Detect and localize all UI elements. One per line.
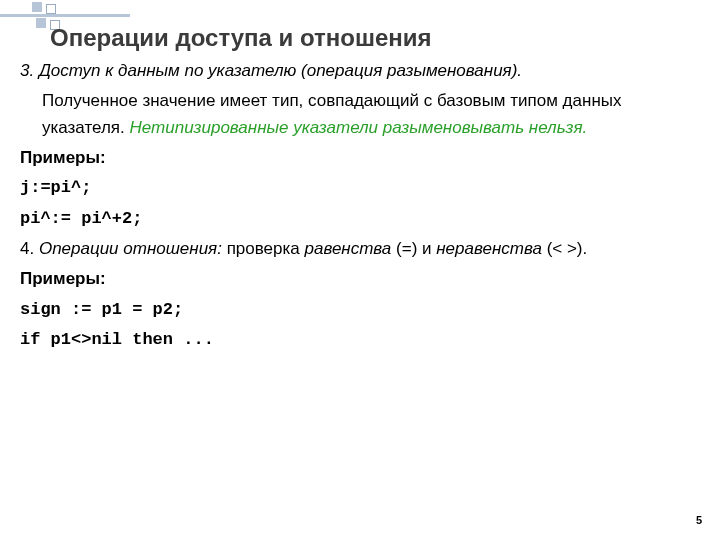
decoration-square: [46, 4, 56, 14]
slide-content: Операции доступа и отношения 3. Доступ к…: [20, 24, 700, 520]
section4-paragraph: 4. Операции отношения: проверка равенств…: [20, 236, 700, 262]
decoration-square: [32, 2, 42, 12]
page-number: 5: [696, 514, 702, 526]
section3-code-1: j:=pi^;: [20, 175, 700, 201]
section4-lead-prefix: 4.: [20, 239, 39, 258]
section3-lead: 3. Доступ к данным по указателю (операци…: [20, 61, 522, 80]
section4-neq-sym: (< >).: [542, 239, 587, 258]
section4-neq-word: неравенства: [436, 239, 542, 258]
decoration-bar: [0, 14, 130, 17]
slide-title: Операции доступа и отношения: [50, 24, 700, 52]
section4-eq-sym: (=) и: [391, 239, 436, 258]
section3-examples-label: Примеры:: [20, 145, 700, 171]
section4-code-1: sign := p1 = p2;: [20, 297, 700, 323]
section4-examples-label: Примеры:: [20, 266, 700, 292]
section4-code-2: if p1<>nil then ...: [20, 327, 700, 353]
slide-body: 3. Доступ к данным по указателю (операци…: [20, 58, 700, 353]
section4-lead-italic: Операции отношения:: [39, 239, 222, 258]
section3-paragraph: 3. Доступ к данным по указателю (операци…: [20, 58, 700, 84]
section4-eq-word: равенства: [304, 239, 391, 258]
section3-code-2: pi^:= pi^+2;: [20, 206, 700, 232]
section4-lead-rest: проверка: [222, 239, 305, 258]
section3-text: Полученное значение имеет тип, совпадающ…: [20, 88, 700, 141]
section3-note: Нетипизированные указатели разыменовыват…: [130, 118, 588, 137]
